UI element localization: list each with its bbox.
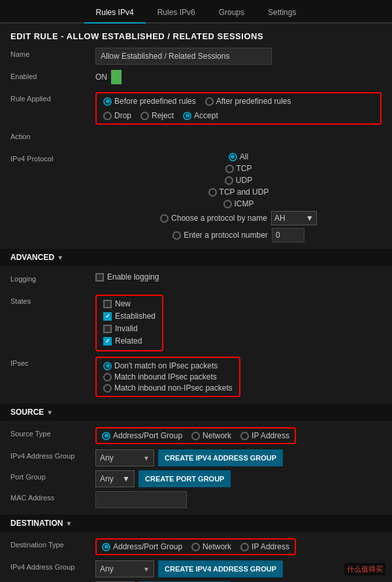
- state-established[interactable]: Established: [103, 312, 155, 321]
- dest-type-address-port[interactable]: Address/Port Group: [102, 542, 182, 551]
- states-row: States New Established Invalid Related: [10, 295, 382, 351]
- action-row: Action: [10, 130, 382, 147]
- rule-applied-highlight: Before predefined rules After predefined…: [95, 92, 382, 125]
- radio-after-predefined[interactable]: After predefined rules: [205, 97, 291, 106]
- logging-label: Logging: [10, 272, 95, 283]
- tab-groups[interactable]: Groups: [207, 3, 256, 22]
- radio-tcp[interactable]: TCP: [225, 164, 252, 173]
- protocol-name-arrow: ▼: [306, 214, 314, 223]
- ipsec-inbound[interactable]: Match inbound IPsec packets: [103, 372, 233, 381]
- radio-proto-name[interactable]: Choose a protocol by name: [160, 214, 267, 223]
- enabled-value-wrap: ON: [95, 70, 382, 84]
- source-ipv4-select-value: Any: [100, 453, 114, 462]
- source-type-ip[interactable]: IP Address: [240, 431, 289, 440]
- source-ipv4-group-row: IPv4 Address Group Any ▼ CREATE IPV4 ADD…: [10, 449, 382, 466]
- ipsec-non-ipsec-circle: [103, 384, 112, 393]
- dest-type-highlight: Address/Port Group Network IP Address: [95, 538, 296, 555]
- radio-icmp-circle: [223, 200, 232, 208]
- radio-icmp[interactable]: ICMP: [223, 199, 254, 208]
- radio-drop[interactable]: Drop: [103, 111, 131, 120]
- ipsec-value: Don't match on IPsec packets Match inbou…: [95, 357, 382, 397]
- ipsec-no-match[interactable]: Don't match on IPsec packets: [103, 361, 233, 370]
- state-related-label: Related: [115, 336, 142, 346]
- radio-tcp-udp-label: TCP and UDP: [220, 187, 269, 197]
- logging-value: Enable logging: [95, 272, 382, 283]
- source-type-network[interactable]: Network: [191, 431, 231, 440]
- enabled-toggle-button[interactable]: [111, 70, 122, 84]
- dest-ipv4-arrow: ▼: [143, 566, 150, 573]
- top-tabs: Rules IPv4 Rules IPv6 Groups Settings: [0, 0, 392, 24]
- source-create-port-btn[interactable]: CREATE PORT GROUP: [139, 470, 231, 487]
- name-input[interactable]: [95, 48, 272, 65]
- logging-check-label: Enable logging: [107, 272, 159, 282]
- source-port-group-row: Port Group Any ▼ CREATE PORT GROUP: [10, 470, 382, 487]
- state-new-checkbox[interactable]: [103, 300, 112, 308]
- radio-reject[interactable]: Reject: [140, 111, 174, 120]
- source-create-ipv4-btn[interactable]: CREATE IPV4 ADDRESS GROUP: [158, 449, 283, 466]
- radio-accept[interactable]: Accept: [183, 111, 218, 120]
- state-related-checkbox[interactable]: [103, 337, 112, 346]
- dest-type-row: Destination Type Address/Port Group Netw…: [10, 538, 382, 555]
- tab-rules-ipv6[interactable]: Rules IPv6: [146, 3, 207, 22]
- dest-type-ip-label: IP Address: [252, 542, 289, 551]
- enabled-label: Enabled: [10, 70, 95, 80]
- radio-after-circle: [205, 97, 214, 106]
- ipv4-protocol-list: All TCP UDP TCP and UDP ICMP: [95, 152, 382, 242]
- dest-type-radio-group: Address/Port Group Network IP Address: [102, 542, 289, 551]
- source-ipv4-select[interactable]: Any ▼: [95, 449, 154, 466]
- radio-proto-number[interactable]: Enter a protocol number: [172, 231, 268, 240]
- logging-check-item[interactable]: Enable logging: [95, 272, 159, 282]
- ipsec-no-match-circle: [103, 362, 112, 370]
- states-label: States: [10, 295, 95, 305]
- source-ipv4-group-label: IPv4 Address Group: [10, 449, 95, 460]
- state-invalid-checkbox[interactable]: [103, 325, 112, 333]
- radio-all-label: All: [240, 152, 248, 161]
- tab-rules-ipv4[interactable]: Rules IPv4: [84, 3, 146, 24]
- source-port-select[interactable]: Any ▼: [95, 470, 135, 487]
- state-new[interactable]: New: [103, 299, 155, 308]
- mac-row: MAC Address: [10, 491, 382, 508]
- radio-after-label: After predefined rules: [216, 97, 291, 106]
- dest-ipv4-group-value: Any ▼ CREATE IPV4 ADDRESS GROUP: [95, 560, 382, 577]
- logging-checkbox[interactable]: [95, 273, 104, 282]
- dest-ipv4-select[interactable]: Any ▼: [95, 560, 154, 577]
- advanced-title: ADVANCED: [10, 253, 54, 262]
- tab-settings[interactable]: Settings: [256, 3, 308, 22]
- destination-section-header[interactable]: DESTINATION ▼: [0, 515, 392, 532]
- source-type-address-port[interactable]: Address/Port Group: [102, 431, 182, 440]
- name-value-wrap: [95, 48, 382, 65]
- dest-type-network[interactable]: Network: [191, 542, 231, 551]
- radio-tcp-label: TCP: [237, 164, 252, 173]
- protocol-name-select[interactable]: AH ▼: [271, 211, 317, 225]
- radio-tcp-udp[interactable]: TCP and UDP: [208, 187, 269, 197]
- dest-type-network-circle: [191, 543, 200, 551]
- action-label: Action: [10, 130, 95, 140]
- state-invalid-label: Invalid: [115, 324, 138, 333]
- mac-input[interactable]: [95, 491, 187, 508]
- name-row: Name: [10, 48, 382, 65]
- dest-ipv4-group-label: IPv4 Address Group: [10, 560, 95, 571]
- advanced-section-header[interactable]: ADVANCED ▼: [0, 249, 392, 266]
- state-established-label: Established: [115, 312, 155, 321]
- radio-accept-circle: [183, 112, 191, 120]
- source-section-header[interactable]: SOURCE ▼: [0, 404, 392, 421]
- radio-before-predefined[interactable]: Before predefined rules: [103, 97, 196, 106]
- dest-type-ip[interactable]: IP Address: [240, 542, 289, 551]
- state-invalid[interactable]: Invalid: [103, 324, 155, 333]
- radio-all[interactable]: All: [229, 152, 248, 161]
- ipsec-row: IPsec Don't match on IPsec packets Match…: [10, 357, 382, 397]
- ipsec-non-ipsec[interactable]: Match inbound non-IPsec packets: [103, 383, 233, 393]
- radio-tcp-udp-circle: [208, 188, 217, 197]
- protocol-number-input[interactable]: [272, 228, 304, 242]
- enabled-row: Enabled ON: [10, 70, 382, 87]
- source-type-ip-circle: [240, 432, 249, 440]
- dest-create-ipv4-btn[interactable]: CREATE IPV4 ADDRESS GROUP: [158, 560, 283, 577]
- source-type-row: Source Type Address/Port Group Network I…: [10, 427, 382, 444]
- page-title: EDIT RULE - ALLOW ESTABLISHED / RELATED …: [10, 31, 382, 41]
- state-established-checkbox[interactable]: [103, 312, 112, 321]
- radio-drop-label: Drop: [114, 111, 131, 120]
- destination-chevron: ▼: [65, 520, 72, 527]
- radio-udp[interactable]: UDP: [225, 176, 252, 185]
- states-highlight: New Established Invalid Related: [95, 295, 163, 351]
- state-related[interactable]: Related: [103, 336, 155, 346]
